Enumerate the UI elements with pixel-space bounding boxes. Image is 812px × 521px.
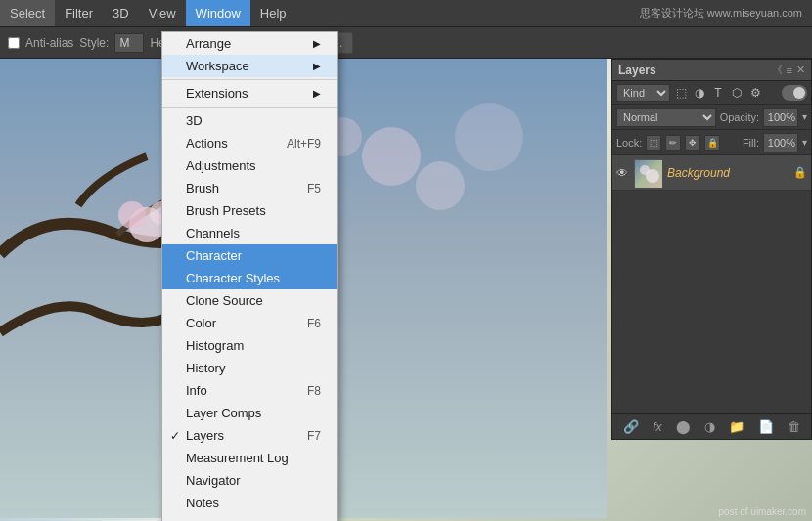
menu-item-workspace[interactable]: Workspace ▶ [162, 55, 337, 77]
layer-name: Background [667, 166, 788, 180]
app-logo: 思客设计论坛 www.miseyuan.com [640, 6, 812, 21]
blend-opacity-row: Normal Opacity: ▾ [612, 105, 811, 130]
menu-item-character[interactable]: Character [162, 244, 337, 267]
menu-item-clone-source[interactable]: Clone Source [162, 289, 337, 312]
filter-text-icon[interactable]: T [710, 85, 726, 101]
menu-help[interactable]: Help [250, 0, 296, 26]
menubar: Select Filter 3D View Window Help 思客设计论坛… [0, 0, 812, 27]
opacity-label: Opacity: [720, 111, 759, 123]
window-menu-dropdown: Arrange ▶ Workspace ▶ Extensions ▶ 3D Ac… [161, 31, 338, 521]
menu-item-layer-comps[interactable]: Layer Comps [162, 402, 337, 424]
fill-arrow[interactable]: ▾ [802, 137, 807, 148]
layer-visibility-icon[interactable]: 👁 [616, 166, 628, 180]
fill-label: Fill: [743, 137, 759, 149]
watermark: post of uimaker.com [719, 506, 806, 517]
svg-point-17 [416, 161, 465, 210]
menu-view[interactable]: View [139, 0, 186, 26]
separator [162, 79, 337, 80]
antialias-label: Anti-alias [25, 36, 73, 50]
menu-window[interactable]: Window [186, 0, 250, 26]
main-area: Arrange ▶ Workspace ▶ Extensions ▶ 3D Ac… [0, 59, 812, 521]
menu-item-adjustments[interactable]: Adjustments [162, 154, 337, 177]
opacity-row: Opacity: ▾ [720, 108, 807, 127]
submenu-arrow: ▶ [313, 88, 321, 99]
separator [162, 107, 337, 108]
panel-footer: 🔗 fx ⬤ ◑ 📁 📄 🗑 [612, 413, 811, 439]
menu-item-measurement-log[interactable]: Measurement Log [162, 447, 337, 469]
submenu-arrow: ▶ [313, 38, 321, 49]
layer-lock-icon: 🔒 [793, 166, 807, 179]
kind-select[interactable]: Kind [616, 84, 670, 102]
menu-item-3d[interactable]: 3D [162, 109, 337, 132]
filter-shape-icon[interactable]: ⬡ [729, 85, 744, 101]
lock-fill-row: Lock: ⬚ ✏ ✥ 🔒 Fill: ▾ [612, 130, 811, 155]
menu-item-info[interactable]: Info F8 [162, 379, 337, 402]
style-label: Style: [79, 36, 109, 50]
lock-move-icon[interactable]: ✥ [685, 135, 700, 151]
filter-smart-icon[interactable]: ⚙ [747, 85, 763, 101]
adjustment-icon[interactable]: ◑ [704, 419, 715, 434]
svg-point-2 [118, 201, 146, 229]
menu-item-histogram[interactable]: Histogram [162, 334, 337, 357]
new-group-icon[interactable]: 📁 [729, 419, 744, 434]
menu-item-character-styles[interactable]: Character Styles [162, 267, 337, 289]
lock-brush-icon[interactable]: ✏ [665, 135, 681, 151]
layer-item-background[interactable]: 👁 Background 🔒 [612, 155, 811, 191]
new-layer-icon[interactable]: 📄 [758, 419, 774, 434]
submenu-arrow: ▶ [313, 61, 321, 71]
delete-layer-icon[interactable]: 🗑 [788, 419, 800, 434]
filter-toggle[interactable] [782, 85, 807, 101]
fx-icon[interactable]: fx [653, 420, 661, 434]
layer-thumbnail [634, 159, 661, 187]
svg-point-19 [455, 103, 523, 171]
panel-collapse-btn[interactable]: 《 [772, 63, 783, 77]
lock-label: Lock: [616, 137, 642, 149]
fill-row: Fill: ▾ [743, 133, 807, 152]
panel-filter-row: Kind ⬚ ◑ T ⬡ ⚙ [612, 81, 811, 105]
layers-panel: Layers 《 ≡ ✕ Kind ⬚ ◑ T ⬡ ⚙ Normal [611, 59, 812, 440]
menu-item-paragraph[interactable]: Paragraph [162, 514, 337, 521]
link-layers-icon[interactable]: 🔗 [623, 419, 639, 434]
blend-mode-select[interactable]: Normal [616, 108, 716, 127]
menu-item-history[interactable]: History [162, 357, 337, 379]
menu-item-arrange[interactable]: Arrange ▶ [162, 32, 337, 55]
menu-item-brush-presets[interactable]: Brush Presets [162, 199, 337, 222]
menu-item-actions[interactable]: Actions Alt+F9 [162, 132, 337, 154]
panel-close-btn[interactable]: ✕ [796, 64, 805, 76]
menu-item-layers[interactable]: Layers F7 [162, 424, 337, 447]
style-input[interactable] [114, 33, 144, 53]
panel-menu-btn[interactable]: ≡ [787, 65, 792, 76]
menu-item-navigator[interactable]: Navigator [162, 469, 337, 492]
menu-item-notes[interactable]: Notes [162, 492, 337, 514]
svg-point-22 [646, 169, 659, 183]
filter-pixel-icon[interactable]: ⬚ [673, 85, 689, 101]
panel-header: Layers 《 ≡ ✕ [612, 60, 811, 81]
menu-filter[interactable]: Filter [55, 0, 103, 26]
menu-item-channels[interactable]: Channels [162, 222, 337, 244]
opacity-arrow[interactable]: ▾ [802, 111, 807, 122]
filter-adjustment-icon[interactable]: ◑ [692, 85, 707, 101]
antialias-checkbox[interactable] [8, 37, 20, 49]
menu-item-brush[interactable]: Brush F5 [162, 177, 337, 199]
menu-item-extensions[interactable]: Extensions ▶ [162, 82, 337, 105]
lock-transparent-icon[interactable]: ⬚ [646, 135, 661, 151]
new-fill-icon[interactable]: ⬤ [676, 419, 691, 434]
panel-controls: 《 ≡ ✕ [772, 63, 805, 77]
menu-3d[interactable]: 3D [103, 0, 139, 26]
opacity-input[interactable] [763, 108, 798, 127]
menu-select[interactable]: Select [0, 0, 55, 26]
panel-title: Layers [618, 64, 656, 77]
toolbar: Anti-alias Style: Height: Refine Edge... [0, 27, 812, 59]
menu-item-color[interactable]: Color F6 [162, 312, 337, 334]
layers-empty-area [612, 191, 811, 404]
svg-point-16 [362, 127, 421, 186]
toggle-knob [793, 87, 805, 99]
lock-all-icon[interactable]: 🔒 [704, 135, 720, 151]
fill-input[interactable] [763, 133, 798, 152]
